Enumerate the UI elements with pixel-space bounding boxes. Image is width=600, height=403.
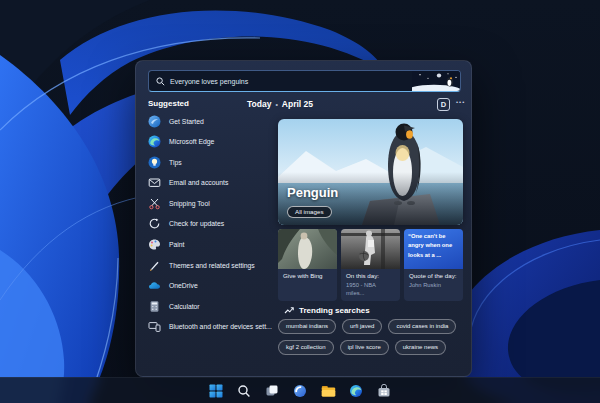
trending-pill[interactable]: mumbai indians <box>278 319 336 334</box>
suggested-item-calculator[interactable]: Calculator <box>148 299 273 313</box>
card-caption: Give with Bing <box>278 269 337 285</box>
widgets-button[interactable] <box>292 383 308 399</box>
today-separator: • <box>275 101 277 108</box>
start-button[interactable] <box>208 383 224 399</box>
on-this-day-photo <box>341 229 400 269</box>
suggested-item-bluetooth-devices[interactable]: Bluetooth and other devices sett... <box>148 320 273 334</box>
suggested-item-check-updates[interactable]: Check for updates <box>148 217 273 231</box>
all-images-button[interactable]: All images <box>287 206 332 218</box>
paint-icon <box>148 238 161 251</box>
suggested-item-label: Bluetooth and other devices sett... <box>169 323 272 330</box>
get-started-icon <box>148 115 161 128</box>
edge-icon <box>148 135 161 148</box>
suggested-item-label: OneDrive <box>169 282 198 289</box>
give-with-bing-photo <box>278 229 337 269</box>
trending-header: Trending searches <box>284 305 370 315</box>
trending-pills: mumbai indians urfi javed covid cases in… <box>278 319 468 355</box>
snipping-tool-icon <box>148 197 161 210</box>
onedrive-icon <box>148 279 161 292</box>
suggested-item-paint[interactable]: Paint <box>148 238 273 252</box>
suggested-header: Suggested <box>148 99 189 108</box>
suggested-item-label: Tips <box>169 159 182 166</box>
suggested-item-themes[interactable]: Themes and related settings <box>148 258 273 272</box>
trending-pill[interactable]: ipl live score <box>340 340 389 355</box>
themes-icon <box>148 259 161 272</box>
search-input[interactable]: Everyone loves penguins <box>148 70 461 92</box>
daily-cards-row: Give with Bing On this day: <box>278 229 465 301</box>
suggested-item-label: Calculator <box>169 303 200 310</box>
card-give-with-bing[interactable]: Give with Bing <box>278 229 337 301</box>
search-query-text: Everyone loves penguins <box>170 78 248 85</box>
card-title: On this day: <box>346 272 395 281</box>
today-header: Today • April 25 <box>247 99 313 109</box>
suggested-item-label: Themes and related settings <box>169 262 255 269</box>
email-icon <box>148 176 161 189</box>
suggested-item-get-started[interactable]: Get Started <box>148 114 273 128</box>
tips-icon <box>148 156 161 169</box>
more-options-icon[interactable]: ••• <box>456 99 465 105</box>
trending-pill[interactable]: urfi javed <box>342 319 382 334</box>
suggested-item-label: Check for updates <box>169 220 224 227</box>
calculator-icon <box>148 300 161 313</box>
trending-pill[interactable]: covid cases in india <box>388 319 456 334</box>
today-date: April 25 <box>282 99 313 109</box>
suggested-list: Get Started Microsoft Edge Tips Ema <box>148 114 273 341</box>
penguin-night-art <box>412 71 460 91</box>
today-label: Today <box>247 99 271 109</box>
suggested-item-label: Paint <box>169 241 185 248</box>
edge-button[interactable] <box>348 383 364 399</box>
hero-image-card[interactable]: Penguin All images <box>278 119 463 225</box>
quote-text: “One can't be angry when one looks at a … <box>404 229 463 269</box>
bluetooth-devices-icon <box>148 320 161 333</box>
card-caption: On this day: 1950 - NBA miles... <box>341 269 400 301</box>
card-subtitle: 1950 - NBA miles... <box>346 281 395 297</box>
suggested-item-microsoft-edge[interactable]: Microsoft Edge <box>148 135 273 149</box>
trending-header-label: Trending searches <box>299 306 370 315</box>
suggested-item-label: Get Started <box>169 118 204 125</box>
profile-badge[interactable]: D <box>437 98 450 111</box>
search-icon <box>156 77 165 86</box>
suggested-item-onedrive[interactable]: OneDrive <box>148 279 273 293</box>
search-flyout-panel: Everyone loves penguins Suggested Get St… <box>135 60 472 377</box>
card-on-this-day[interactable]: On this day: 1950 - NBA miles... <box>341 229 400 301</box>
task-view-button[interactable] <box>264 383 280 399</box>
trending-pill[interactable]: kgf 2 collection <box>278 340 334 355</box>
hero-title: Penguin <box>287 185 338 200</box>
card-subtitle: John Ruskin <box>409 281 458 289</box>
trending-icon <box>284 305 294 315</box>
card-quote-of-the-day[interactable]: “One can't be angry when one looks at a … <box>404 229 463 301</box>
taskbar <box>0 377 600 403</box>
update-icon <box>148 217 161 230</box>
suggested-item-label: Microsoft Edge <box>169 138 214 145</box>
card-title: Quote of the day: <box>409 272 458 281</box>
file-explorer-button[interactable] <box>320 383 336 399</box>
card-caption: Quote of the day: John Ruskin <box>404 269 463 293</box>
suggested-item-email-accounts[interactable]: Email and accounts <box>148 176 273 190</box>
suggested-item-label: Snipping Tool <box>169 200 210 207</box>
taskbar-search-button[interactable] <box>236 383 252 399</box>
card-title: Give with Bing <box>283 272 332 281</box>
suggested-item-snipping-tool[interactable]: Snipping Tool <box>148 196 273 210</box>
suggested-item-tips[interactable]: Tips <box>148 155 273 169</box>
trending-pill[interactable]: ukraine news <box>395 340 446 355</box>
store-button[interactable] <box>376 383 392 399</box>
suggested-item-label: Email and accounts <box>169 179 228 186</box>
